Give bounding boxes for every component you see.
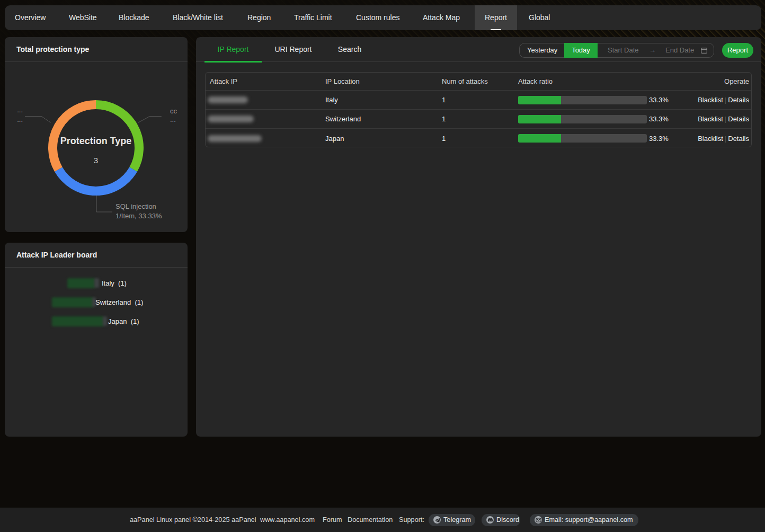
svg-text:SQL injection: SQL injection [115, 202, 156, 210]
svg-text:1/Item, 33.33%: 1/Item, 33.33% [115, 212, 162, 220]
svg-text:cc: cc [170, 107, 177, 115]
svg-text:...: ... [17, 116, 23, 123]
svg-text:...: ... [17, 106, 23, 114]
svg-text:Protection Type: Protection Type [60, 136, 132, 146]
svg-text:...: ... [170, 116, 176, 123]
svg-text:3: 3 [94, 156, 98, 165]
